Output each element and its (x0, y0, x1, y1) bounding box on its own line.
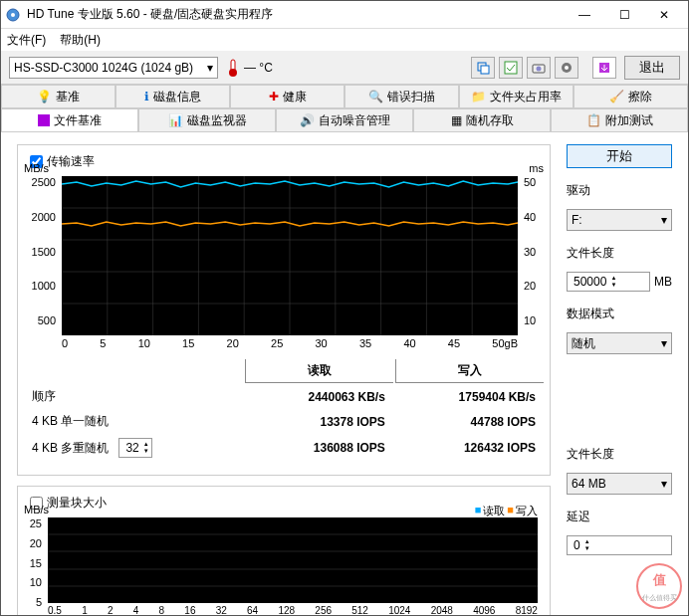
transfer-rate-section: 传输速率 MB/s ms 2500200015001000500 5040302… (17, 144, 551, 476)
camera-icon[interactable] (527, 57, 551, 79)
tab-error-scan[interactable]: 🔍错误扫描 (344, 85, 459, 107)
block-size-section: 测量块大小 MB/s ■读取■写入 252015105 0.5124816326… (17, 486, 551, 616)
y-unit-left: MB/s (24, 162, 49, 174)
app-icon (5, 7, 21, 23)
file-length-label: 文件长度 (567, 245, 672, 262)
svg-text:什么值得买: 什么值得买 (641, 594, 677, 601)
delay-spinner[interactable]: 0▲▼ (567, 535, 672, 555)
results-table: 读取写入 顺序2440063 KB/s1759404 KB/s 4 KB 单一随… (22, 357, 546, 463)
tab-extra-tests[interactable]: 📋附加测试 (551, 108, 688, 131)
y-unit-right: ms (529, 162, 544, 174)
queue-depth-spinner[interactable]: 32▲▼ (118, 438, 151, 458)
y-axis-right: 5040302010 (524, 176, 544, 349)
x-axis: 05101520253035404550gB (62, 337, 518, 349)
svg-point-1 (11, 13, 15, 17)
exit-button[interactable]: 退出 (624, 56, 680, 80)
window-title: HD Tune 专业版 5.60 - 硬盘/固态硬盘实用程序 (27, 6, 565, 23)
settings-icon[interactable] (555, 57, 578, 79)
minimize-button[interactable]: — (565, 2, 604, 28)
tabs-row-2: 文件基准 📊磁盘监视器 🔊自动噪音管理 ▦随机存取 📋附加测试 (1, 108, 688, 132)
temperature: — °C (226, 58, 273, 78)
delay-label: 延迟 (567, 509, 672, 525)
menu-file[interactable]: 文件(F) (7, 32, 46, 49)
y-axis-left: 2500200015001000500 (24, 176, 56, 349)
block-size-chart (48, 517, 538, 603)
menubar: 文件(F) 帮助(H) (1, 29, 688, 51)
close-button[interactable]: ✕ (644, 2, 684, 28)
table-row: 顺序2440063 KB/s1759404 KB/s (24, 385, 544, 408)
transfer-rate-chart (62, 176, 518, 335)
tab-random-access[interactable]: ▦随机存取 (413, 108, 551, 131)
toolbar: HS-SSD-C3000 1024G (1024 gB)▾ — °C 退出 (1, 51, 688, 85)
chart-legend: ■读取■写入 (475, 504, 538, 518)
tab-benchmark[interactable]: 💡基准 (1, 85, 115, 107)
titlebar: HD Tune 专业版 5.60 - 硬盘/固态硬盘实用程序 — ☐ ✕ (1, 1, 688, 29)
svg-text:值: 值 (652, 572, 666, 587)
tab-erase[interactable]: 🧹擦除 (574, 85, 688, 107)
copy-icon[interactable] (471, 57, 495, 79)
tab-aam[interactable]: 🔊自动噪音管理 (276, 108, 413, 131)
table-row: 4 KB 多重随机 32▲▼136088 IOPS126432 IOPS (24, 435, 544, 461)
block-size-checkbox[interactable]: 测量块大小 (30, 495, 546, 512)
transfer-rate-checkbox[interactable]: 传输速率 (30, 153, 546, 170)
drive-label: 驱动 (567, 182, 672, 199)
file-bench-icon (38, 114, 50, 126)
drive-letter-select[interactable]: F:▾ (567, 209, 672, 231)
tab-health[interactable]: ✚健康 (230, 85, 344, 107)
tab-disk-monitor[interactable]: 📊磁盘监视器 (138, 108, 276, 131)
menu-help[interactable]: 帮助(H) (60, 32, 101, 49)
file-length-2-label: 文件长度 (567, 446, 672, 463)
data-mode-select[interactable]: 随机▾ (567, 332, 672, 354)
y-unit-2: MB/s (24, 504, 49, 515)
thermometer-icon (226, 58, 240, 78)
file-length-spinner[interactable]: 50000▲▼ (567, 272, 650, 292)
screenshot-icon[interactable] (499, 57, 523, 79)
table-row: 4 KB 单一随机13378 IOPS44788 IOPS (24, 410, 544, 433)
y-axis-2: 252015105 (24, 517, 42, 616)
side-panel: 开始 驱动 F:▾ 文件长度 50000▲▼ MB 数据模式 随机▾ 文件长度 … (567, 144, 672, 616)
content: 传输速率 MB/s ms 2500200015001000500 5040302… (1, 132, 688, 616)
svg-rect-12 (38, 114, 50, 126)
svg-point-3 (229, 69, 237, 77)
tab-file-benchmark[interactable]: 文件基准 (1, 108, 138, 131)
maximize-button[interactable]: ☐ (604, 2, 644, 28)
file-length-2-select[interactable]: 64 MB▾ (567, 473, 672, 495)
svg-point-8 (537, 66, 542, 71)
svg-rect-6 (505, 62, 517, 74)
svg-rect-5 (481, 66, 489, 74)
tab-disk-info[interactable]: ℹ磁盘信息 (115, 85, 230, 107)
x-axis-2: 0.512481632641282565121024204840968192 (48, 605, 538, 616)
drive-select-value: HS-SSD-C3000 1024G (1024 gB) (14, 61, 193, 75)
svg-point-10 (565, 66, 569, 70)
drive-select[interactable]: HS-SSD-C3000 1024G (1024 gB)▾ (9, 57, 218, 79)
watermark-icon: 值 什么值得买 (635, 562, 683, 610)
data-mode-label: 数据模式 (567, 306, 672, 322)
tabs-row-1: 💡基准 ℹ磁盘信息 ✚健康 🔍错误扫描 📁文件夹占用率 🧹擦除 (1, 85, 688, 108)
start-button[interactable]: 开始 (567, 144, 672, 168)
tab-folder-usage[interactable]: 📁文件夹占用率 (459, 85, 574, 107)
save-icon[interactable] (592, 57, 616, 79)
